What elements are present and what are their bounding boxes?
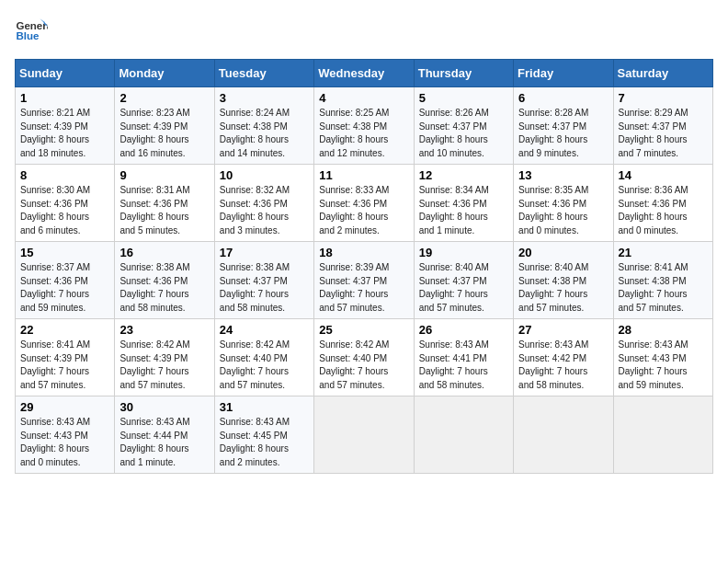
logo: General Blue	[15, 15, 48, 48]
calendar-week-row: 1Sunrise: 8:21 AM Sunset: 4:39 PM Daylig…	[16, 87, 713, 165]
day-number: 4	[319, 91, 408, 105]
day-info: Sunrise: 8:43 AM Sunset: 4:45 PM Dayligh…	[220, 416, 309, 469]
calendar-cell	[314, 396, 414, 474]
day-number: 24	[220, 323, 309, 337]
day-info: Sunrise: 8:25 AM Sunset: 4:38 PM Dayligh…	[319, 107, 408, 160]
day-number: 6	[518, 91, 608, 105]
calendar-cell: 5Sunrise: 8:26 AM Sunset: 4:37 PM Daylig…	[414, 87, 513, 165]
day-number: 19	[419, 246, 508, 259]
calendar-cell: 17Sunrise: 8:38 AM Sunset: 4:37 PM Dayli…	[214, 242, 313, 319]
day-number: 16	[119, 246, 209, 259]
day-info: Sunrise: 8:21 AM Sunset: 4:39 PM Dayligh…	[20, 107, 109, 160]
day-info: Sunrise: 8:37 AM Sunset: 4:36 PM Dayligh…	[20, 261, 109, 315]
calendar-cell: 1Sunrise: 8:21 AM Sunset: 4:39 PM Daylig…	[16, 87, 115, 165]
day-info: Sunrise: 8:23 AM Sunset: 4:39 PM Dayligh…	[119, 107, 209, 160]
day-info: Sunrise: 8:43 AM Sunset: 4:43 PM Dayligh…	[20, 416, 109, 469]
day-number: 7	[619, 91, 708, 105]
calendar-cell: 9Sunrise: 8:31 AM Sunset: 4:36 PM Daylig…	[115, 165, 214, 242]
day-number: 10	[220, 168, 309, 182]
day-info: Sunrise: 8:36 AM Sunset: 4:36 PM Dayligh…	[619, 184, 708, 237]
calendar-cell: 12Sunrise: 8:34 AM Sunset: 4:36 PM Dayli…	[414, 165, 513, 242]
day-number: 27	[518, 323, 608, 337]
calendar-cell: 18Sunrise: 8:39 AM Sunset: 4:37 PM Dayli…	[314, 242, 414, 319]
calendar-cell: 20Sunrise: 8:40 AM Sunset: 4:38 PM Dayli…	[514, 242, 613, 319]
page-header: General Blue	[15, 15, 713, 48]
calendar-cell: 28Sunrise: 8:43 AM Sunset: 4:43 PM Dayli…	[613, 319, 712, 396]
calendar-cell: 25Sunrise: 8:42 AM Sunset: 4:40 PM Dayli…	[314, 319, 414, 396]
day-number: 3	[220, 91, 309, 105]
calendar-cell: 4Sunrise: 8:25 AM Sunset: 4:38 PM Daylig…	[314, 87, 414, 165]
calendar-cell: 23Sunrise: 8:42 AM Sunset: 4:39 PM Dayli…	[115, 319, 214, 396]
calendar-week-row: 29Sunrise: 8:43 AM Sunset: 4:43 PM Dayli…	[16, 396, 713, 474]
day-info: Sunrise: 8:32 AM Sunset: 4:36 PM Dayligh…	[220, 184, 309, 237]
day-info: Sunrise: 8:43 AM Sunset: 4:44 PM Dayligh…	[119, 416, 209, 469]
day-info: Sunrise: 8:29 AM Sunset: 4:37 PM Dayligh…	[619, 107, 708, 160]
day-info: Sunrise: 8:43 AM Sunset: 4:42 PM Dayligh…	[518, 339, 608, 392]
calendar-cell: 15Sunrise: 8:37 AM Sunset: 4:36 PM Dayli…	[16, 242, 115, 319]
calendar-table: SundayMondayTuesdayWednesdayThursdayFrid…	[15, 59, 713, 474]
day-number: 8	[20, 168, 109, 182]
calendar-cell: 29Sunrise: 8:43 AM Sunset: 4:43 PM Dayli…	[16, 396, 115, 474]
day-number: 13	[518, 168, 608, 182]
day-number: 5	[419, 91, 508, 105]
calendar-cell: 31Sunrise: 8:43 AM Sunset: 4:45 PM Dayli…	[214, 396, 313, 474]
calendar-cell: 26Sunrise: 8:43 AM Sunset: 4:41 PM Dayli…	[414, 319, 513, 396]
calendar-cell: 24Sunrise: 8:42 AM Sunset: 4:40 PM Dayli…	[214, 319, 313, 396]
day-number: 31	[220, 400, 309, 414]
calendar-week-row: 15Sunrise: 8:37 AM Sunset: 4:36 PM Dayli…	[16, 242, 713, 319]
day-info: Sunrise: 8:41 AM Sunset: 4:38 PM Dayligh…	[619, 261, 708, 315]
day-info: Sunrise: 8:43 AM Sunset: 4:41 PM Dayligh…	[419, 339, 508, 392]
day-number: 1	[20, 91, 109, 105]
day-info: Sunrise: 8:26 AM Sunset: 4:37 PM Dayligh…	[419, 107, 508, 160]
day-info: Sunrise: 8:43 AM Sunset: 4:43 PM Dayligh…	[619, 339, 708, 392]
calendar-col-header: Tuesday	[214, 60, 313, 87]
day-number: 26	[419, 323, 508, 337]
day-number: 12	[419, 168, 508, 182]
day-number: 15	[20, 246, 109, 259]
day-info: Sunrise: 8:42 AM Sunset: 4:40 PM Dayligh…	[319, 339, 408, 392]
day-info: Sunrise: 8:40 AM Sunset: 4:38 PM Dayligh…	[518, 261, 608, 315]
day-number: 17	[220, 246, 309, 259]
day-info: Sunrise: 8:30 AM Sunset: 4:36 PM Dayligh…	[20, 184, 109, 237]
calendar-week-row: 8Sunrise: 8:30 AM Sunset: 4:36 PM Daylig…	[16, 165, 713, 242]
day-info: Sunrise: 8:42 AM Sunset: 4:39 PM Dayligh…	[119, 339, 209, 392]
calendar-col-header: Saturday	[613, 60, 712, 87]
day-info: Sunrise: 8:39 AM Sunset: 4:37 PM Dayligh…	[319, 261, 408, 315]
day-info: Sunrise: 8:38 AM Sunset: 4:36 PM Dayligh…	[119, 261, 209, 315]
day-number: 9	[119, 168, 209, 182]
calendar-cell: 3Sunrise: 8:24 AM Sunset: 4:38 PM Daylig…	[214, 87, 313, 165]
calendar-cell: 21Sunrise: 8:41 AM Sunset: 4:38 PM Dayli…	[613, 242, 712, 319]
calendar-col-header: Wednesday	[314, 60, 414, 87]
calendar-body: 1Sunrise: 8:21 AM Sunset: 4:39 PM Daylig…	[16, 87, 713, 474]
calendar-col-header: Sunday	[16, 60, 115, 87]
calendar-cell: 2Sunrise: 8:23 AM Sunset: 4:39 PM Daylig…	[115, 87, 214, 165]
day-info: Sunrise: 8:24 AM Sunset: 4:38 PM Dayligh…	[220, 107, 309, 160]
calendar-col-header: Thursday	[414, 60, 513, 87]
day-info: Sunrise: 8:31 AM Sunset: 4:36 PM Dayligh…	[119, 184, 209, 237]
day-number: 28	[619, 323, 708, 337]
day-number: 29	[20, 400, 109, 414]
calendar-cell	[514, 396, 613, 474]
calendar-cell	[414, 396, 513, 474]
day-info: Sunrise: 8:40 AM Sunset: 4:37 PM Dayligh…	[419, 261, 508, 315]
calendar-cell	[613, 396, 712, 474]
calendar-cell: 16Sunrise: 8:38 AM Sunset: 4:36 PM Dayli…	[115, 242, 214, 319]
calendar-header-row: SundayMondayTuesdayWednesdayThursdayFrid…	[16, 60, 713, 87]
calendar-cell: 11Sunrise: 8:33 AM Sunset: 4:36 PM Dayli…	[314, 165, 414, 242]
logo-icon: General Blue	[15, 15, 48, 48]
day-info: Sunrise: 8:38 AM Sunset: 4:37 PM Dayligh…	[220, 261, 309, 315]
day-number: 2	[119, 91, 209, 105]
day-info: Sunrise: 8:33 AM Sunset: 4:36 PM Dayligh…	[319, 184, 408, 237]
day-number: 22	[20, 323, 109, 337]
day-number: 11	[319, 168, 408, 182]
day-number: 20	[518, 246, 608, 259]
day-info: Sunrise: 8:28 AM Sunset: 4:37 PM Dayligh…	[518, 107, 608, 160]
calendar-col-header: Monday	[115, 60, 214, 87]
calendar-week-row: 22Sunrise: 8:41 AM Sunset: 4:39 PM Dayli…	[16, 319, 713, 396]
day-info: Sunrise: 8:35 AM Sunset: 4:36 PM Dayligh…	[518, 184, 608, 237]
calendar-cell: 19Sunrise: 8:40 AM Sunset: 4:37 PM Dayli…	[414, 242, 513, 319]
calendar-cell: 22Sunrise: 8:41 AM Sunset: 4:39 PM Dayli…	[16, 319, 115, 396]
day-info: Sunrise: 8:41 AM Sunset: 4:39 PM Dayligh…	[20, 339, 109, 392]
calendar-cell: 8Sunrise: 8:30 AM Sunset: 4:36 PM Daylig…	[16, 165, 115, 242]
svg-text:Blue: Blue	[16, 30, 40, 41]
